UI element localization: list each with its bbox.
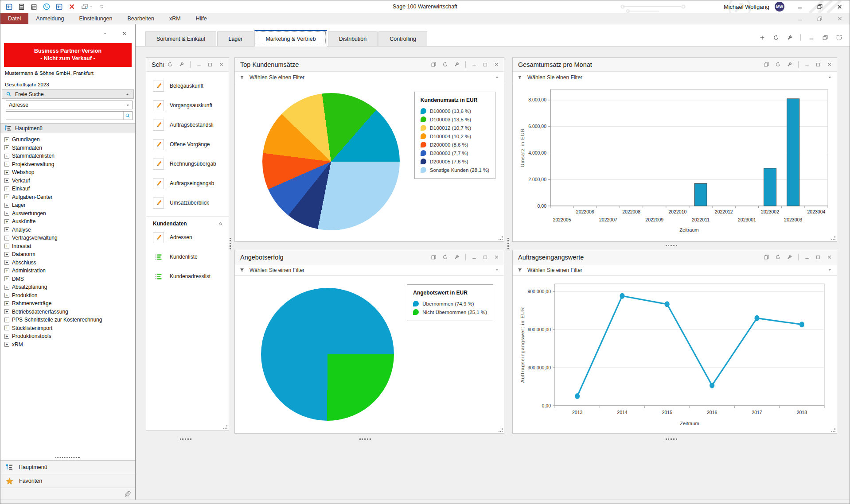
expand-icon[interactable]: + [4,211,9,216]
minimize-panel-icon[interactable] [804,62,810,67]
legend-item-d100004[interactable]: D100004 (10,2 %) [421,133,489,139]
export-icon[interactable] [431,62,437,67]
calendar-icon[interactable] [31,4,37,10]
collapse-icon[interactable] [125,92,130,97]
minimize-icon[interactable] [790,0,810,13]
sidebar-pin-chevron-icon[interactable] [102,31,108,36]
expand-icon[interactable]: + [4,260,9,265]
tree-item-lager[interactable]: +Lager [4,201,135,209]
expand-icon[interactable]: + [4,219,9,224]
add-dashboard-icon[interactable] [759,35,765,41]
calculator-icon[interactable] [18,4,25,10]
minimize-panel-icon[interactable] [472,255,477,260]
wrench-icon[interactable] [454,62,460,67]
wrench-icon[interactable] [787,254,792,260]
quick-item-auftragseingangsb[interactable]: Auftragseingangsb [146,174,229,193]
resize-grip[interactable] [223,425,227,429]
legend-item-bernommen[interactable]: Übernommen (74,9 %) [413,301,487,306]
legend-item-d200005[interactable]: D200005 (7,6 %) [421,159,489,164]
quick-item-auftragsbestandsli[interactable]: Auftragsbestandsli [146,115,229,135]
quick-item-kundenadresslist[interactable]: Kundenadresslist [146,267,229,286]
expand-icon[interactable]: + [4,203,9,208]
tree-item-rahmenvertr-ge[interactable]: +Rahmenverträge [4,299,135,308]
user-name[interactable]: Michael Wolfgang [724,4,769,10]
close-panel-icon[interactable] [218,62,224,67]
maximize-panel-icon[interactable] [815,62,821,67]
tree-item-analyse[interactable]: +Analyse [4,226,135,234]
export-icon[interactable] [431,254,437,260]
wrench-icon[interactable] [787,62,792,67]
expand-icon[interactable]: + [4,194,9,199]
close-panel-icon[interactable] [827,62,832,67]
expand-icon[interactable]: + [4,342,9,347]
quick-item-kundenliste[interactable]: Kundenliste [146,247,229,267]
resize-grip[interactable] [831,428,835,432]
quick-item-offene-vorg-nge[interactable]: Offene Vorgänge [146,135,229,154]
expand-icon[interactable]: + [4,236,9,240]
maximize-panel-icon[interactable] [815,255,821,260]
paperclip-icon[interactable] [124,491,131,497]
mdi-minimize-icon[interactable] [790,13,810,24]
tree-item-betriebsdatenerfassung[interactable]: +Betriebsdatenerfassung [4,308,135,316]
expand-icon[interactable]: + [4,244,9,248]
resize-grip[interactable] [499,236,503,240]
expand-icon[interactable]: + [4,318,9,322]
refresh-icon[interactable] [167,62,173,67]
restore-icon[interactable] [810,0,830,13]
sidebar-button-hauptmenu[interactable]: Hauptmenü [0,460,135,474]
legend-item-sonstige-kunden[interactable]: Sonstige Kunden (28,1 %) [421,167,489,173]
expand-icon[interactable]: + [4,227,9,232]
menu-item-datei[interactable]: Datei [0,13,28,24]
restore-dashboard-icon[interactable] [822,35,828,41]
mdi-restore-icon[interactable] [810,13,830,24]
tab-controlling[interactable]: Controlling [378,31,427,46]
filter-dropdown[interactable]: Wählen Sie einen Filter [235,72,504,83]
tree-item-produktion[interactable]: +Produktion [4,291,135,300]
horizontal-splitter[interactable] [180,438,191,440]
search-category-select[interactable]: Adresse [6,101,133,109]
legend-item-d100000[interactable]: D100000 (13,6 %) [421,108,489,114]
export-icon[interactable] [764,254,769,260]
minimize-dashboard-icon[interactable] [808,35,815,41]
expand-icon[interactable]: + [4,252,9,257]
menu-item-xrm[interactable]: xRM [162,13,188,24]
minimize-panel-icon[interactable] [472,62,477,67]
menu-item-anmeldung[interactable]: Anmeldung [28,13,71,24]
sidebar-close-icon[interactable] [121,31,127,36]
menu-item-bearbeiten[interactable]: Bearbeiten [120,13,162,24]
collapse-double-up-icon[interactable] [218,221,223,226]
search-submit-icon[interactable] [123,112,132,120]
refresh-icon[interactable] [775,62,781,67]
horizontal-splitter[interactable] [666,245,677,246]
legend-item-d200000[interactable]: D200000 (8,6 %) [421,142,489,147]
tree-item-intrastat[interactable]: +Intrastat [4,242,135,251]
expand-icon[interactable]: + [4,154,9,159]
expand-icon[interactable]: + [4,301,9,306]
filter-dropdown[interactable]: Wählen Sie einen Filter [235,264,504,276]
layout-dashboard-icon[interactable] [836,34,842,41]
maximize-panel-icon[interactable] [483,62,488,67]
tree-item-verkauf[interactable]: +Verkauf [4,177,135,185]
tab-sortiment-einkauf[interactable]: Sortiment & Einkauf [145,31,216,46]
expand-icon[interactable]: + [4,170,9,175]
expand-icon[interactable]: + [4,334,9,339]
wrench-icon[interactable] [179,62,184,67]
close-panel-icon[interactable] [494,254,499,260]
section-header-kundendaten[interactable]: Kundendaten [146,216,229,228]
close-panel-icon[interactable] [827,254,832,260]
tree-item-einkauf[interactable]: +Einkauf [4,185,135,193]
tree-item-st-cklistenimport[interactable]: +Stücklistenimport [4,324,135,333]
expand-icon[interactable]: + [4,326,9,330]
legend-item-d200003[interactable]: D200003 (7,7 %) [421,150,489,156]
quick-item-vorgangsauskunft[interactable]: Vorgangsauskunft [146,96,229,115]
avatar[interactable]: MW [775,2,784,12]
resize-grip[interactable] [831,236,835,240]
exit-icon[interactable] [6,4,12,10]
refresh-icon[interactable] [442,62,448,67]
filter-dropdown[interactable]: Wählen Sie einen Filter [513,72,837,83]
quick-item-belegauskunft[interactable]: Belegauskunft [146,76,229,96]
refresh-icon[interactable] [442,254,448,260]
tree-item-xrm[interactable]: +xRM [4,341,135,349]
menu-item-hilfe[interactable]: Hilfe [188,13,214,24]
close-icon[interactable] [830,0,850,13]
